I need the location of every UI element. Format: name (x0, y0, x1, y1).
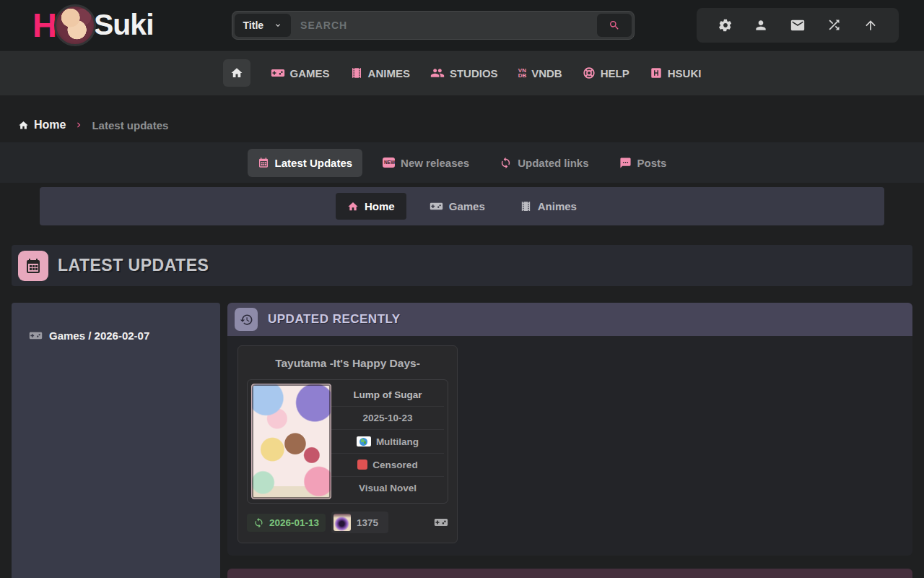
calendar-icon (258, 157, 269, 168)
tab-label: Updated links (518, 157, 588, 169)
nav-item-label: HSUKI (668, 67, 702, 79)
gamepad-icon[interactable] (434, 515, 448, 530)
eye-avatar-icon (334, 514, 351, 531)
nav-item-hsuki[interactable]: HSUKI (650, 66, 702, 79)
tab-label: Posts (637, 157, 667, 169)
scope-band: Home Games Animes (40, 187, 884, 225)
gamepad-icon (29, 329, 43, 342)
game-language-row: Multilang (331, 430, 444, 453)
chevron-right-icon (74, 120, 84, 130)
nav-item-games[interactable]: GAMES (271, 66, 330, 80)
logo-text-suki: Suki (94, 8, 154, 42)
game-info: Lump of Sugar 2025-10-23 Multilang Censo… (331, 384, 444, 499)
header-actions (697, 8, 899, 43)
history-icon (235, 308, 258, 331)
tabs-band: Latest Updates NEW New releases Updated … (0, 142, 924, 183)
gamepad-icon (271, 66, 285, 80)
tab-latest-updates[interactable]: Latest Updates (248, 149, 363, 177)
breadcrumb: Home Latest updates (0, 95, 924, 136)
nav-item-animes[interactable]: ANIMES (350, 66, 410, 79)
sidebar-group-games-date[interactable]: Games / 2026-02-07 (12, 303, 220, 342)
magnifier-icon (609, 20, 620, 31)
home-icon (347, 201, 359, 212)
logo-avatar (54, 4, 96, 46)
subtab-label: Games (449, 200, 485, 212)
tab-updated-links[interactable]: Updated links (489, 149, 598, 177)
game-censorship: Censored (372, 460, 417, 470)
comments-icon (619, 157, 632, 169)
subtab-games[interactable]: Games (418, 192, 497, 220)
panel-body: Tayutama -It's Happy Days- Lump of Sugar… (227, 336, 912, 556)
tab-new-releases[interactable]: NEW New releases (372, 149, 479, 177)
tab-label: Latest Updates (275, 157, 353, 169)
sidebar-group-label: Games / 2026-02-07 (49, 329, 149, 342)
envelope-icon[interactable] (790, 17, 806, 33)
game-cover-image[interactable] (251, 384, 331, 499)
views-count: 1375 (351, 517, 386, 528)
logo-text-h: H (32, 5, 56, 45)
nav-item-vndb[interactable]: VN DB VNDB (518, 67, 562, 79)
game-updated-date: 2026-01-13 (269, 517, 319, 528)
nav-home-button[interactable] (223, 59, 250, 87)
film-icon (350, 66, 363, 79)
shuffle-icon[interactable] (827, 17, 842, 33)
nav-item-label: ANIMES (368, 67, 410, 79)
sync-icon (500, 157, 512, 169)
nav-item-help[interactable]: HELP (583, 66, 629, 79)
game-studio[interactable]: Lump of Sugar (331, 384, 444, 407)
calendar-icon (18, 251, 48, 281)
panel-title: UPDATED RECENTLY (268, 312, 401, 327)
film-icon (520, 200, 532, 212)
search-button[interactable] (597, 14, 632, 37)
game-category: Visual Novel (331, 477, 444, 499)
subtab-animes[interactable]: Animes (508, 193, 588, 220)
arrow-up-icon[interactable] (863, 18, 878, 33)
site-logo[interactable]: H Suki (32, 4, 154, 46)
gear-icon[interactable] (718, 18, 733, 33)
nav-item-label: GAMES (290, 67, 330, 79)
globe-flag-icon (357, 436, 371, 447)
chevron-down-icon (274, 21, 282, 30)
main-navbar: GAMES ANIMES STUDIOS VN DB VNDB HELP HSU… (0, 50, 924, 95)
vndb-icon: VN DB (518, 68, 527, 78)
game-card-footer: 2026-01-13 1375 (238, 504, 457, 543)
breadcrumb-home-link[interactable]: Home (18, 118, 66, 131)
tab-label: New releases (401, 157, 469, 169)
search-category-select[interactable]: Title (235, 14, 292, 37)
search-input[interactable] (293, 20, 594, 31)
home-icon (18, 120, 29, 131)
game-media: Lump of Sugar 2025-10-23 Multilang Censo… (247, 379, 448, 504)
gamepad-icon (430, 199, 443, 213)
views-badge[interactable]: 1375 (331, 512, 388, 533)
user-icon[interactable] (754, 18, 768, 33)
life-ring-icon (583, 66, 596, 79)
game-language: Multilang (376, 436, 419, 447)
new-badge-icon: NEW (383, 158, 395, 168)
subtab-label: Animes (538, 200, 577, 212)
subtab-label: Home (365, 200, 395, 212)
nav-item-label: VNDB (531, 67, 562, 79)
content-area: Games / 2026-02-07 UPDATED RECENTLY Tayu… (12, 303, 912, 578)
updated-recently-header: UPDATED RECENTLY (227, 303, 912, 336)
update-date-badge: 2026-01-13 (247, 514, 326, 532)
top-header: H Suki Title (0, 0, 924, 50)
breadcrumb-current: Latest updates (92, 119, 168, 131)
subtab-home[interactable]: Home (336, 193, 406, 220)
search-category-value: Title (243, 20, 264, 31)
game-censorship-row: Censored (331, 454, 444, 477)
section-header: LATEST UPDATES (12, 245, 912, 286)
sidebar: Games / 2026-02-07 (12, 303, 220, 578)
next-section-header (227, 569, 912, 578)
home-icon (230, 66, 243, 79)
users-icon (430, 66, 445, 80)
tab-posts[interactable]: Posts (609, 149, 677, 177)
sync-icon (253, 517, 264, 528)
game-card: Tayutama -It's Happy Days- Lump of Sugar… (237, 345, 458, 543)
page-title: LATEST UPDATES (58, 256, 209, 275)
breadcrumb-home-label: Home (34, 118, 66, 131)
game-release-date: 2025-10-23 (331, 407, 444, 430)
search-bar: Title (232, 11, 635, 40)
nav-item-studios[interactable]: STUDIOS (430, 66, 498, 80)
game-title[interactable]: Tayutama -It's Happy Days- (238, 346, 457, 379)
nav-item-label: HELP (601, 67, 629, 79)
